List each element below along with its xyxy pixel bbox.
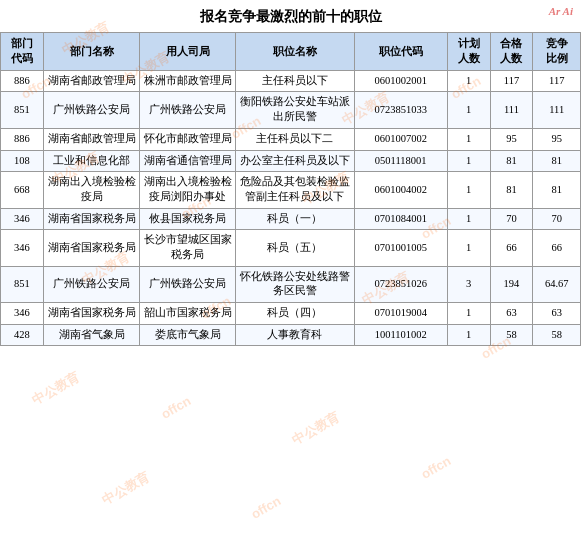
cell-pos_code: 0701001005 xyxy=(354,230,447,266)
cell-employer: 广州铁路公安局 xyxy=(140,266,236,302)
cell-dept_code: 346 xyxy=(1,303,44,325)
cell-employer: 湖南省通信管理局 xyxy=(140,150,236,172)
col-header-pos-code: 职位代码 xyxy=(354,33,447,71)
cell-pos_name: 危险品及其包装检验监管副主任科员及以下 xyxy=(236,172,355,208)
cell-dept_code: 108 xyxy=(1,150,44,172)
table-row: 108工业和信息化部湖南省通信管理局办公室主任科员及以下050111800118… xyxy=(1,150,581,172)
cell-plan_count: 3 xyxy=(447,266,490,302)
cell-dept_code: 668 xyxy=(1,172,44,208)
cell-pos_code: 0601004002 xyxy=(354,172,447,208)
cell-qualified_count: 81 xyxy=(490,150,533,172)
cell-qualified_count: 66 xyxy=(490,230,533,266)
col-header-plan: 计划人数 xyxy=(447,33,490,71)
cell-plan_count: 1 xyxy=(447,172,490,208)
table-row: 346湖南省国家税务局韶山市国家税务局科员（四）070101900416363 xyxy=(1,303,581,325)
cell-dept_code: 886 xyxy=(1,128,44,150)
cell-plan_count: 1 xyxy=(447,230,490,266)
cell-dept_name: 湖南省邮政管理局 xyxy=(43,70,139,92)
cell-dept_code: 851 xyxy=(1,92,44,128)
cell-pos_name: 科员（五） xyxy=(236,230,355,266)
col-header-dept-name: 部门名称 xyxy=(43,33,139,71)
cell-pos_code: 0601002001 xyxy=(354,70,447,92)
cell-dept_name: 湖南省邮政管理局 xyxy=(43,128,139,150)
cell-dept_code: 428 xyxy=(1,324,44,346)
table-row: 886湖南省邮政管理局株洲市邮政管理局主任科员以下060100200111171… xyxy=(1,70,581,92)
cell-plan_count: 1 xyxy=(447,303,490,325)
cell-ratio: 95 xyxy=(533,128,581,150)
cell-pos_code: 0723851026 xyxy=(354,266,447,302)
cell-ratio: 117 xyxy=(533,70,581,92)
cell-employer: 湖南出入境检验检疫局浏阳办事处 xyxy=(140,172,236,208)
cell-employer: 株洲市邮政管理局 xyxy=(140,70,236,92)
cell-pos_name: 科员（四） xyxy=(236,303,355,325)
cell-pos_name: 科员（一） xyxy=(236,208,355,230)
table-row: 886湖南省邮政管理局怀化市邮政管理局主任科员以下二06010070021959… xyxy=(1,128,581,150)
cell-plan_count: 1 xyxy=(447,128,490,150)
cell-ratio: 58 xyxy=(533,324,581,346)
col-header-ratio: 竞争比例 xyxy=(533,33,581,71)
table-row: 851广州铁路公安局广州铁路公安局衡阳铁路公安处车站派出所民警072385103… xyxy=(1,92,581,128)
cell-employer: 广州铁路公安局 xyxy=(140,92,236,128)
cell-qualified_count: 117 xyxy=(490,70,533,92)
cell-qualified_count: 194 xyxy=(490,266,533,302)
table-body: 886湖南省邮政管理局株洲市邮政管理局主任科员以下060100200111171… xyxy=(1,70,581,346)
cell-plan_count: 1 xyxy=(447,70,490,92)
cell-qualified_count: 95 xyxy=(490,128,533,150)
cell-ratio: 63 xyxy=(533,303,581,325)
cell-employer: 怀化市邮政管理局 xyxy=(140,128,236,150)
page-title: 报名竞争最激烈的前十的职位 xyxy=(0,0,581,32)
cell-pos_code: 0701019004 xyxy=(354,303,447,325)
cell-ratio: 70 xyxy=(533,208,581,230)
cell-dept_name: 湖南出入境检验检疫局 xyxy=(43,172,139,208)
table-row: 668湖南出入境检验检疫局湖南出入境检验检疫局浏阳办事处危险品及其包装检验监管副… xyxy=(1,172,581,208)
cell-dept_code: 346 xyxy=(1,208,44,230)
cell-dept_name: 广州铁路公安局 xyxy=(43,266,139,302)
cell-qualified_count: 63 xyxy=(490,303,533,325)
cell-dept_name: 湖南省气象局 xyxy=(43,324,139,346)
cell-plan_count: 1 xyxy=(447,92,490,128)
cell-employer: 长沙市望城区国家税务局 xyxy=(140,230,236,266)
cell-plan_count: 1 xyxy=(447,208,490,230)
cell-pos_code: 1001101002 xyxy=(354,324,447,346)
cell-dept_name: 湖南省国家税务局 xyxy=(43,230,139,266)
col-header-dept-code: 部门代码 xyxy=(1,33,44,71)
cell-plan_count: 1 xyxy=(447,324,490,346)
cell-employer: 韶山市国家税务局 xyxy=(140,303,236,325)
cell-pos_name: 怀化铁路公安处线路警务区民警 xyxy=(236,266,355,302)
cell-pos_code: 0701084001 xyxy=(354,208,447,230)
table-row: 851广州铁路公安局广州铁路公安局怀化铁路公安处线路警务区民警072385102… xyxy=(1,266,581,302)
table-header: 部门代码 部门名称 用人司局 职位名称 职位代码 计划人数 合格人数 竞争比例 xyxy=(1,33,581,71)
cell-dept_code: 346 xyxy=(1,230,44,266)
cell-dept_name: 湖南省国家税务局 xyxy=(43,303,139,325)
logo-top-right: Ar Ai xyxy=(549,5,573,17)
table-row: 346湖南省国家税务局长沙市望城区国家税务局科员（五）0701001005166… xyxy=(1,230,581,266)
cell-employer: 娄底市气象局 xyxy=(140,324,236,346)
cell-pos_code: 0723851033 xyxy=(354,92,447,128)
cell-qualified_count: 70 xyxy=(490,208,533,230)
cell-dept_name: 工业和信息化部 xyxy=(43,150,139,172)
main-table: 部门代码 部门名称 用人司局 职位名称 职位代码 计划人数 合格人数 竞争比例 … xyxy=(0,32,581,346)
table-row: 428湖南省气象局娄底市气象局人事教育科100110100215858 xyxy=(1,324,581,346)
cell-dept_name: 广州铁路公安局 xyxy=(43,92,139,128)
cell-qualified_count: 81 xyxy=(490,172,533,208)
cell-plan_count: 1 xyxy=(447,150,490,172)
cell-ratio: 64.67 xyxy=(533,266,581,302)
cell-pos_code: 0601007002 xyxy=(354,128,447,150)
cell-ratio: 111 xyxy=(533,92,581,128)
table-row: 346湖南省国家税务局攸县国家税务局科员（一）070108400117070 xyxy=(1,208,581,230)
cell-ratio: 81 xyxy=(533,150,581,172)
cell-dept_code: 886 xyxy=(1,70,44,92)
cell-pos_code: 0501118001 xyxy=(354,150,447,172)
cell-pos_name: 主任科员以下 xyxy=(236,70,355,92)
cell-pos_name: 主任科员以下二 xyxy=(236,128,355,150)
col-header-qualified: 合格人数 xyxy=(490,33,533,71)
cell-employer: 攸县国家税务局 xyxy=(140,208,236,230)
cell-pos_name: 衡阳铁路公安处车站派出所民警 xyxy=(236,92,355,128)
cell-pos_name: 办公室主任科员及以下 xyxy=(236,150,355,172)
cell-qualified_count: 58 xyxy=(490,324,533,346)
cell-dept_name: 湖南省国家税务局 xyxy=(43,208,139,230)
cell-pos_name: 人事教育科 xyxy=(236,324,355,346)
cell-ratio: 66 xyxy=(533,230,581,266)
col-header-employer: 用人司局 xyxy=(140,33,236,71)
cell-dept_code: 851 xyxy=(1,266,44,302)
